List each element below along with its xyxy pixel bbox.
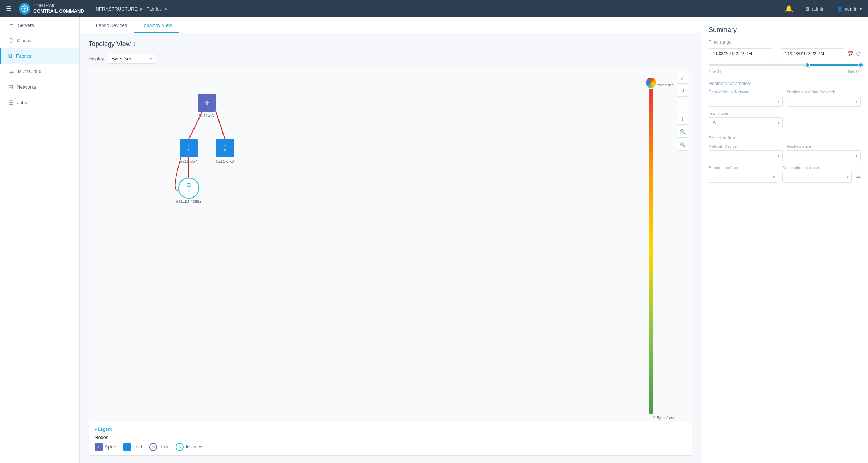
traffic-type-group: Traffic type All Unicast Multicast xyxy=(709,111,783,128)
admin-monitor[interactable]: 🖥 admin xyxy=(805,6,824,12)
summary-title: Summary xyxy=(709,26,861,34)
sidebar-item-jobs[interactable]: ☰ Jobs xyxy=(0,95,79,110)
dest-interface-label: Destination Interface xyxy=(782,166,852,170)
legend-toggle[interactable]: ▾ Legend xyxy=(95,427,686,432)
legend-host-label: Host xyxy=(159,444,168,450)
breadcrumb-fabrics[interactable]: Fabrics xyxy=(146,6,162,12)
svg-text:✛: ✛ xyxy=(204,99,210,107)
dest-interface-group: Destination Interface xyxy=(782,166,852,183)
sidebar-item-cluster-label: Cluster xyxy=(17,38,32,43)
display-select-wrapper: Bytes/sec Packets/sec Errors xyxy=(108,54,155,64)
host-instance-select-wrapper xyxy=(787,150,861,161)
zoom-out-icon[interactable]: 🔍 xyxy=(677,139,688,151)
zoom-fit-icon[interactable]: ⤢ xyxy=(677,72,688,84)
spine-node[interactable]: ✛ xyxy=(198,94,216,112)
selected-item-row2: Source Interface Destination Interface xyxy=(709,166,861,183)
legend-instance-item: ⊟ Instance xyxy=(176,443,202,451)
display-select[interactable]: Bytes/sec Packets/sec Errors xyxy=(108,54,155,64)
traffic-bar-container: 898 Bytes/sec 0 Bytes/sec xyxy=(649,83,674,423)
admin-monitor-label: admin xyxy=(812,6,824,12)
topology-svg: ✛ 5a11-qfx ≡ ≡ ≡ 5a11-qfx4 ≡ xyxy=(161,83,307,228)
svg-text:⊟: ⊟ xyxy=(187,182,191,188)
zoom-in-icon[interactable]: 🔍 xyxy=(677,126,688,138)
zoom-reset-icon[interactable]: ↺ xyxy=(677,85,688,97)
legend-spine-icon: ✛ xyxy=(95,443,103,451)
tabs-bar: Fabric Devices Topology View xyxy=(80,17,701,33)
breadcrumb-arrow-1: ▶ xyxy=(140,7,143,11)
network-device-select[interactable] xyxy=(709,150,783,161)
time-end-input[interactable] xyxy=(781,48,844,59)
tab-fabric-devices[interactable]: Fabric Devices xyxy=(89,17,134,33)
topology-canvas: ⤢ ↺ ⋮⋮ ⊹ 🔍 🔍 898 Bytes/sec 0 xyxy=(89,68,692,456)
networks-icon: ⊞ xyxy=(8,84,13,90)
traffic-type-row: Traffic type All Unicast Multicast xyxy=(709,111,861,128)
hamburger-icon[interactable]: ☰ xyxy=(6,5,12,13)
display-label: Display xyxy=(89,56,104,61)
sidebar-item-networks[interactable]: ⊞ Networks xyxy=(0,79,79,95)
summary-panel: Summary Time range ~ 📅 ⏱ Nov 01 Nov 04 xyxy=(701,17,868,463)
slider-thumb-left[interactable] xyxy=(805,62,810,68)
source-vn-group: Source Virtual Network xyxy=(709,90,783,107)
instance-label: 5a11s3-node2 xyxy=(176,199,201,203)
sidebar-item-multicloud[interactable]: ☁ Multi Cloud xyxy=(0,64,79,79)
user-icon: 👤 xyxy=(837,6,843,12)
admin-label: admin xyxy=(845,6,857,12)
slider-thumb-right[interactable] xyxy=(858,62,863,68)
selected-item-row1: Network Device Host/instance xyxy=(709,144,861,161)
tab-topology-view[interactable]: Topology View xyxy=(134,17,179,33)
page-content: Topology View ℹ Display Bytes/sec Packet… xyxy=(80,33,701,463)
svg-text:≡: ≡ xyxy=(224,153,226,157)
notifications-bell-icon[interactable]: 🔔 xyxy=(785,5,793,13)
svg-point-14 xyxy=(179,178,199,198)
dest-vn-label: Destination Virtual Network xyxy=(787,90,861,94)
app-name: CONTRAIL CONTRAIL COMMAND xyxy=(33,3,84,14)
sidebar-item-cluster[interactable]: ⬡ Cluster xyxy=(0,33,79,48)
leaf1-node[interactable]: ≡ ≡ ≡ xyxy=(180,139,198,157)
svg-text:≡: ≡ xyxy=(224,149,226,152)
leaf2-node[interactable]: ≡ ≡ ≡ xyxy=(216,139,234,157)
info-icon[interactable]: ℹ xyxy=(134,41,135,47)
dest-vn-select[interactable] xyxy=(787,96,861,107)
sidebar-item-jobs-label: Jobs xyxy=(17,100,27,105)
traffic-spinner-icon xyxy=(646,78,656,88)
slider-labels: Nov 01 Nov 04 xyxy=(709,69,861,74)
time-slider[interactable]: Nov 01 Nov 04 xyxy=(709,64,861,74)
source-vn-select-wrapper xyxy=(709,96,783,107)
time-start-input[interactable] xyxy=(709,48,772,59)
leaf1-label: 5a11-qfx4 xyxy=(180,159,198,163)
traffic-type-label: Traffic type xyxy=(709,111,783,115)
legend-leaf-label: Leaf xyxy=(134,444,142,450)
source-vn-select[interactable] xyxy=(709,96,783,107)
heatmap-section: Heatmap parameters Source Virtual Networ… xyxy=(709,81,861,128)
heatmap-vn-row: Source Virtual Network Destination Virtu… xyxy=(709,90,861,107)
legend-items: ✛ Spine Leaf xyxy=(95,443,686,451)
breadcrumb: INFRASTRUCTURE ▶ Fabrics ▶ xyxy=(94,6,168,12)
admin-user[interactable]: 👤 admin ▾ xyxy=(837,6,862,12)
zoom-layout-icon[interactable]: ⊹ xyxy=(677,113,688,125)
network-device-select-wrapper xyxy=(709,150,783,161)
dest-interface-select-wrapper xyxy=(782,172,852,183)
swap-button[interactable]: ⇄ xyxy=(856,173,861,180)
clock-icon[interactable]: ⏱ xyxy=(856,51,861,57)
page-title-row: Topology View ℹ xyxy=(89,40,692,48)
jobs-icon: ☰ xyxy=(8,99,13,106)
content-area: Fabric Devices Topology View Topology Vi… xyxy=(80,17,701,463)
app-logo: CONTRAIL CONTRAIL COMMAND xyxy=(19,3,84,15)
legend-toggle-label: ▾ Legend xyxy=(95,427,112,432)
breadcrumb-arrow-2: ▶ xyxy=(165,7,168,11)
network-device-label: Network Device xyxy=(709,144,783,149)
sidebar-item-servers[interactable]: 🖥 Servers xyxy=(0,17,79,33)
zoom-options-icon[interactable]: ⋮⋮ xyxy=(677,100,688,111)
page-title: Topology View xyxy=(89,40,131,48)
breadcrumb-infra[interactable]: INFRASTRUCTURE xyxy=(94,6,138,12)
svg-text:↺: ↺ xyxy=(187,189,190,192)
traffic-type-placeholder xyxy=(787,111,861,128)
host-instance-select[interactable] xyxy=(787,150,861,161)
instance-node[interactable]: ⊟ ↺ xyxy=(179,178,199,198)
source-interface-select[interactable] xyxy=(709,172,778,183)
legend-host-icon: ⊡ xyxy=(149,443,157,451)
calendar-icon[interactable]: 📅 xyxy=(847,51,853,57)
dest-interface-select[interactable] xyxy=(782,172,852,183)
traffic-type-select[interactable]: All Unicast Multicast xyxy=(709,117,783,128)
sidebar-item-fabrics[interactable]: ⧉ Fabrics xyxy=(0,48,79,64)
